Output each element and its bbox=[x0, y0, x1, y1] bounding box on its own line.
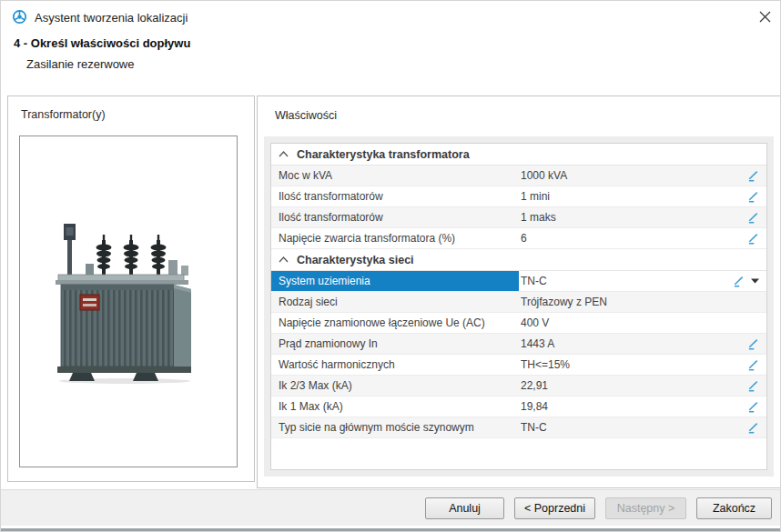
cancel-button[interactable]: Anuluj bbox=[425, 497, 504, 519]
row-actions bbox=[733, 276, 766, 287]
property-value: 19,84 bbox=[519, 400, 747, 413]
row-actions bbox=[747, 401, 766, 413]
property-label: Ilość transformatorów bbox=[271, 186, 519, 206]
close-icon[interactable] bbox=[756, 7, 774, 25]
caret-down-icon[interactable] bbox=[751, 278, 759, 284]
property-value: 400 V bbox=[519, 316, 759, 329]
property-value: 1443 A bbox=[519, 337, 747, 350]
property-row[interactable]: Rodzaj sieciTrójfazowy z PEN bbox=[271, 292, 766, 313]
property-value: 22,91 bbox=[519, 379, 747, 392]
row-actions bbox=[747, 422, 766, 434]
row-actions bbox=[747, 338, 766, 350]
property-row[interactable]: Napięcie znamionowe łączeniowe Ue (AC)40… bbox=[271, 313, 766, 334]
property-value: TN-C bbox=[519, 421, 747, 434]
row-actions bbox=[747, 170, 766, 182]
pencil-icon[interactable] bbox=[747, 380, 759, 392]
property-row[interactable]: Typ sicie na głównym moście szynowymTN-C bbox=[271, 417, 766, 438]
pencil-icon[interactable] bbox=[747, 338, 759, 350]
property-value: 1000 kVA bbox=[519, 169, 747, 182]
property-label: Napięcie zwarcia transformatora (%) bbox=[271, 228, 519, 248]
property-row[interactable]: System uziemieniaTN-C bbox=[271, 271, 766, 292]
property-row[interactable]: Prąd znamionowy In1443 A bbox=[271, 334, 766, 355]
properties-panel: Właściwości Charakterystyka transformato… bbox=[257, 95, 781, 488]
transformer-panel-title: Transformator(y) bbox=[21, 108, 106, 121]
chevron-up-icon bbox=[279, 256, 289, 263]
property-row[interactable]: Ilość transformatorów1 maks bbox=[271, 207, 766, 228]
finish-button[interactable]: Zakończ bbox=[696, 497, 772, 519]
property-label: Ik 1 Max (kA) bbox=[271, 396, 519, 417]
section-title: Charakterystyka sieci bbox=[297, 254, 414, 266]
wizard-dialog: Asystent tworzenia lokalizacji 4 - Okreś… bbox=[0, 0, 781, 532]
property-row[interactable]: Ik 1 Max (kA)19,84 bbox=[271, 396, 766, 417]
property-row[interactable]: Ik 2/3 Max (kA)22,91 bbox=[271, 376, 766, 396]
window-title: Asystent tworzenia lokalizacji bbox=[35, 11, 188, 25]
property-row[interactable]: Napięcie zwarcia transformatora (%)6 bbox=[271, 228, 766, 249]
pencil-icon[interactable] bbox=[747, 191, 759, 203]
property-label: Rodzaj sieci bbox=[271, 292, 519, 312]
section-header[interactable]: Charakterystyka sieci bbox=[271, 249, 766, 271]
property-row[interactable]: Moc w kVA1000 kVA bbox=[271, 166, 766, 186]
step-title: 4 - Określ właściwości dopływu bbox=[14, 36, 190, 50]
properties-panel-title: Właściwości bbox=[275, 109, 337, 122]
section-header[interactable]: Charakterystyka transformatora bbox=[271, 144, 766, 166]
property-label: Ilość transformatorów bbox=[271, 207, 519, 227]
property-value: TN-C bbox=[519, 275, 733, 287]
pencil-icon[interactable] bbox=[747, 422, 759, 434]
property-label: Typ sicie na głównym moście szynowym bbox=[271, 417, 519, 437]
pencil-icon[interactable] bbox=[747, 170, 759, 182]
window-bottom-edge bbox=[1, 528, 781, 531]
property-label: Wartość harmonicznych bbox=[271, 355, 519, 375]
property-value: TH<=15% bbox=[519, 358, 747, 371]
previous-button[interactable]: < Poprzedni bbox=[514, 497, 595, 519]
button-bar: Anuluj< PoprzedniNastępny >Zakończ bbox=[1, 489, 781, 526]
row-actions bbox=[747, 233, 766, 245]
property-label: Moc w kVA bbox=[271, 166, 519, 186]
property-row[interactable]: Wartość harmonicznychTH<=15% bbox=[271, 355, 766, 376]
property-value: 1 maks bbox=[519, 211, 747, 224]
row-actions bbox=[747, 380, 766, 392]
chevron-up-icon bbox=[279, 151, 289, 157]
pencil-icon[interactable] bbox=[747, 212, 759, 224]
row-actions bbox=[747, 359, 766, 371]
transformer-panel: Transformator(y) bbox=[7, 95, 255, 482]
property-row[interactable]: Ilość transformatorów1 mini bbox=[271, 186, 766, 207]
row-actions bbox=[747, 212, 766, 224]
property-label: System uziemienia bbox=[271, 271, 519, 291]
properties-table: Charakterystyka transformatoraMoc w kVA1… bbox=[270, 143, 767, 470]
properties-list: Charakterystyka transformatoraMoc w kVA1… bbox=[264, 136, 774, 477]
property-label: Napięcie znamionowe łączeniowe Ue (AC) bbox=[271, 313, 519, 333]
wizard-icon bbox=[12, 9, 27, 25]
next-button[interactable]: Następny > bbox=[605, 497, 686, 519]
row-actions bbox=[747, 191, 766, 203]
pencil-icon[interactable] bbox=[747, 359, 759, 371]
property-label: Prąd znamionowy In bbox=[271, 334, 519, 354]
transformer-illustration bbox=[47, 220, 202, 384]
property-value: Trójfazowy z PEN bbox=[519, 296, 759, 308]
property-label: Ik 2/3 Max (kA) bbox=[271, 376, 519, 396]
property-value: 1 mini bbox=[519, 190, 747, 203]
step-subtitle: Zasilanie rezerwowe bbox=[26, 57, 135, 71]
property-value: 6 bbox=[519, 232, 747, 245]
pencil-icon[interactable] bbox=[747, 233, 759, 245]
pencil-icon[interactable] bbox=[747, 401, 759, 413]
section-title: Charakterystyka transformatora bbox=[297, 148, 470, 161]
pencil-icon[interactable] bbox=[733, 276, 745, 287]
transformer-image bbox=[19, 136, 238, 467]
